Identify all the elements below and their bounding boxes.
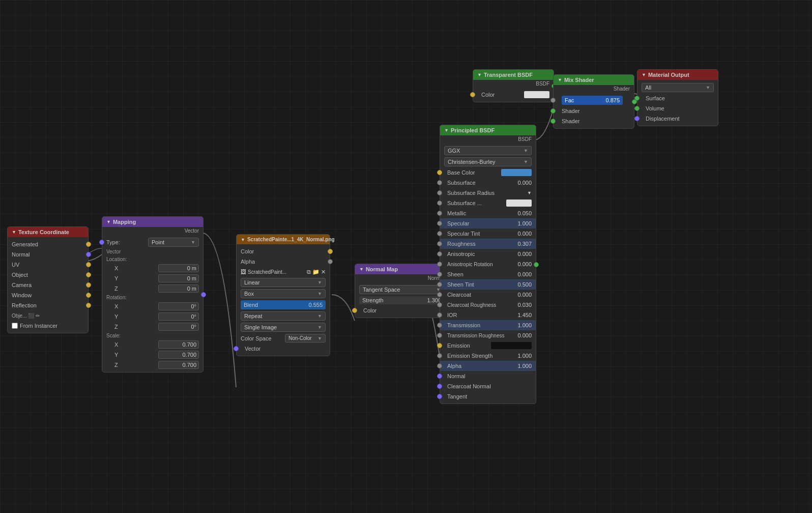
img-interpolation-dropdown[interactable]: Linear ▼ <box>241 278 326 287</box>
node-collapse-arrow[interactable]: ▼ <box>12 230 16 235</box>
principled-clearcoat-roughness-socket[interactable] <box>437 302 442 307</box>
mix-shader-collapse-arrow[interactable]: ▼ <box>558 77 562 82</box>
tc-generated-socket[interactable] <box>86 242 91 247</box>
principled-specular-tint-row: Specular Tint 0.000 <box>440 229 536 239</box>
normal-map-collapse-arrow[interactable]: ▼ <box>359 267 364 272</box>
mapping-vector-input[interactable] <box>99 240 104 245</box>
principled-emission-socket[interactable] <box>437 343 442 348</box>
principled-ior-row: IOR 1.450 <box>440 310 536 320</box>
principled-normal-socket[interactable] <box>437 374 442 379</box>
img-blend-bar[interactable]: Blend 0.555 <box>241 300 326 309</box>
img-extension-dropdown[interactable]: Repeat ▼ <box>241 311 326 321</box>
tc-normal-row: Normal <box>8 249 88 260</box>
img-source-dropdown[interactable]: Single Image ▼ <box>241 323 326 332</box>
img-vector-socket[interactable] <box>234 346 239 351</box>
img-colorspace-dropdown[interactable]: Non-Color ▼ <box>285 334 326 343</box>
material-all-dropdown[interactable]: All ▼ <box>642 83 714 92</box>
material-surface-socket[interactable] <box>634 96 640 101</box>
principled-sheen-socket[interactable] <box>437 272 442 277</box>
mapping-scale-y-value[interactable]: 0.700 <box>158 351 199 359</box>
material-displacement-socket[interactable] <box>634 116 640 121</box>
principled-emission-strength-socket[interactable] <box>437 353 442 358</box>
principled-ggx-row: GGX ▼ <box>440 145 536 156</box>
mapping-rot-z-value[interactable]: 0° <box>158 323 199 331</box>
normal-strength-field[interactable]: Strength 1.300 <box>359 296 444 304</box>
principled-clearcoat-socket[interactable] <box>437 292 442 297</box>
principled-subsurface-color-swatch[interactable] <box>506 200 532 207</box>
principled-tangent-socket[interactable] <box>437 394 442 399</box>
mapping-loc-z-value[interactable]: 0 m <box>158 284 199 293</box>
img-collapse-arrow[interactable]: ▼ <box>241 237 245 242</box>
principled-anisotropic-socket[interactable] <box>437 251 442 256</box>
mix-shader1-row: Shader <box>554 106 634 116</box>
principled-transmission-roughness-socket[interactable] <box>437 333 442 338</box>
principled-collapse-arrow[interactable]: ▼ <box>444 128 449 133</box>
img-colorspace-value: Non-Color <box>288 335 312 341</box>
tc-uv-row: UV <box>8 260 88 270</box>
principled-roughness-socket[interactable] <box>437 241 442 246</box>
tc-from-instancer-checkbox[interactable] <box>12 323 18 329</box>
normal-space-dropdown[interactable]: Tangent Space ▼ <box>359 285 444 294</box>
mapping-collapse-arrow[interactable]: ▼ <box>106 219 111 224</box>
principled-base-color-row: Base Color <box>440 167 536 178</box>
mapping-loc-x-value[interactable]: 0 m <box>158 264 199 272</box>
img-browse-icon[interactable]: 📁 <box>312 269 320 275</box>
transparent-color-socket[interactable] <box>470 92 475 97</box>
tc-normal-socket[interactable] <box>86 252 91 257</box>
material-output-collapse-arrow[interactable]: ▼ <box>642 72 646 77</box>
principled-subsurface-dropdown[interactable]: Christensen-Burley ▼ <box>444 157 532 166</box>
transparent-bsdf-header: ▼ Transparent BSDF <box>473 70 554 80</box>
mapping-rot-x-value[interactable]: 0° <box>158 302 199 310</box>
principled-clearcoat-normal-socket[interactable] <box>437 384 442 389</box>
principled-subsurface-color-socket[interactable] <box>437 201 442 206</box>
principled-specular-socket[interactable] <box>437 221 442 226</box>
principled-metallic-socket[interactable] <box>437 211 442 216</box>
tc-reflection-socket[interactable] <box>86 303 91 308</box>
img-copy-icon[interactable]: ⧉ <box>307 269 311 275</box>
tc-from-instancer-row[interactable]: From Instancer <box>8 321 88 331</box>
principled-base-color-swatch[interactable] <box>501 169 532 176</box>
principled-distribution-dropdown[interactable]: GGX ▼ <box>444 146 532 155</box>
mapping-scale-z-value[interactable]: 0.700 <box>158 361 199 369</box>
transparent-collapse-arrow[interactable]: ▼ <box>477 72 482 77</box>
img-close-icon[interactable]: ✕ <box>321 269 326 275</box>
normal-color-socket[interactable] <box>352 308 357 313</box>
tc-camera-socket[interactable] <box>86 282 91 288</box>
principled-subsurface-socket[interactable] <box>437 180 442 185</box>
material-volume-socket[interactable] <box>634 106 640 111</box>
img-projection-dropdown[interactable]: Box ▼ <box>241 289 326 298</box>
mapping-type-dropdown[interactable]: Point ▼ <box>148 238 199 247</box>
mapping-type-label: Type: <box>106 239 148 245</box>
principled-alpha-socket[interactable] <box>437 363 442 368</box>
principled-sheen-tint-socket[interactable] <box>437 282 442 287</box>
mix-shader1-socket[interactable] <box>550 108 556 113</box>
mapping-scale-x-value[interactable]: 0.700 <box>158 340 199 349</box>
principled-ior-socket[interactable] <box>437 312 442 318</box>
distribution-arrow-icon: ▼ <box>524 148 528 153</box>
mapping-loc-y-value[interactable]: 0 m <box>158 274 199 282</box>
tc-uv-socket[interactable] <box>86 262 91 267</box>
mix-fac-socket[interactable] <box>550 98 556 103</box>
principled-specular-val: 1.000 <box>517 220 532 226</box>
transparent-color-label: Color <box>481 92 522 98</box>
tc-window-socket[interactable] <box>86 293 91 298</box>
img-alpha-socket[interactable] <box>328 259 333 264</box>
principled-anisotropic-rotation-socket[interactable] <box>437 262 442 267</box>
principled-transmission-socket[interactable] <box>437 323 442 328</box>
principled-base-color-socket[interactable] <box>437 170 442 175</box>
principled-subsurface-radius-socket[interactable] <box>437 190 442 195</box>
mix-shader2-socket[interactable] <box>550 119 556 124</box>
img-file-row[interactable]: 🖼 ScratchedPaint... ⧉ 📁 ✕ <box>237 267 330 277</box>
image-texture-title: ScratchedPainte...1_4K_Normal.png <box>247 237 335 242</box>
transparent-color-swatch[interactable] <box>524 91 549 98</box>
source-arrow-icon: ▼ <box>317 325 322 330</box>
img-color-socket[interactable] <box>328 249 333 254</box>
mapping-rot-y-value[interactable]: 0° <box>158 312 199 321</box>
tc-camera-row: Camera <box>8 280 88 290</box>
principled-metallic-label: Metallic <box>447 210 517 216</box>
principled-emission-swatch[interactable] <box>491 342 532 349</box>
mix-fac-bar[interactable]: Fac 0.875 <box>562 96 623 105</box>
principled-specular-tint-socket[interactable] <box>437 231 442 236</box>
tc-object-socket[interactable] <box>86 272 91 277</box>
principled-emission-strength-val: 1.000 <box>517 353 532 359</box>
